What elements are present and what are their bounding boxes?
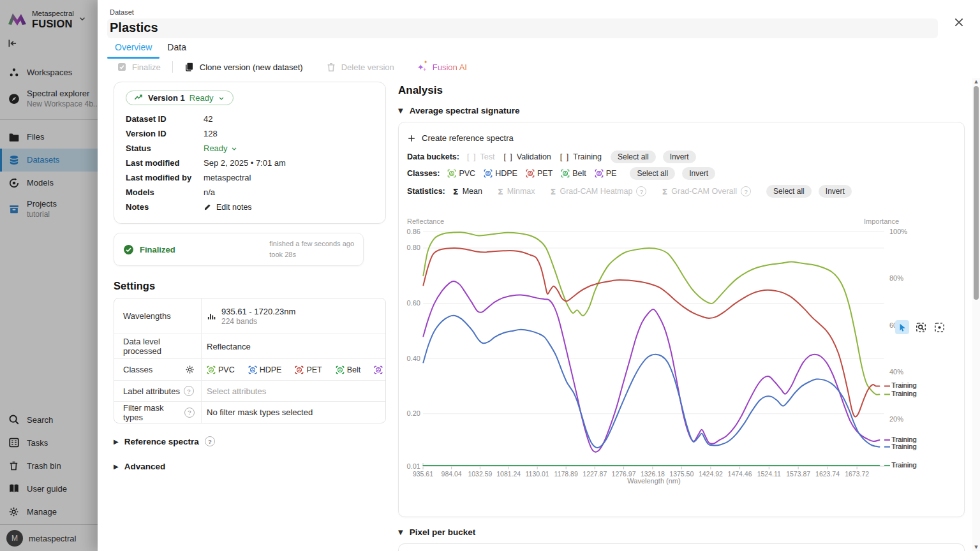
x-axis-tick: 1032.59 <box>464 470 495 478</box>
finalized-banner: Finalized finished a few seconds ago too… <box>114 233 364 266</box>
settings-heading: Settings <box>114 280 386 292</box>
y-axis-tick-left: 0.20 <box>403 409 420 417</box>
class-icon <box>207 365 216 374</box>
pixel-per-bucket-section[interactable]: ▼ Pixel per bucket <box>398 527 965 537</box>
version-details: Dataset ID42Version ID128StatusReadyLast… <box>126 112 374 214</box>
scrollbar-thumb[interactable] <box>974 86 979 300</box>
x-axis-tick: 1673.72 <box>842 470 872 478</box>
edit-notes-button[interactable]: Edit notes <box>204 203 374 212</box>
class-chip-pet[interactable]: PET <box>295 365 322 374</box>
detail-row-dataset-id: Dataset ID42 <box>126 112 374 126</box>
settings-row-data-level-processed: Data level processedReflectance <box>114 334 385 358</box>
advanced-section[interactable]: ▶ Advanced <box>114 462 386 471</box>
detail-label: Status <box>126 143 204 153</box>
class-chip-label: HDPE <box>260 365 282 374</box>
finalize-button[interactable]: Finalize <box>117 62 161 72</box>
settings-row-label: Data level processed <box>123 337 195 356</box>
class-chip-pvc[interactable]: PVC <box>207 365 235 374</box>
spectral-chart[interactable] <box>399 122 964 517</box>
avg-spectral-signature-section[interactable]: ▼ Average spectral signature <box>398 106 965 115</box>
version-pill[interactable]: Version 1 Ready <box>126 91 234 105</box>
reset-view-tool[interactable] <box>932 320 946 334</box>
zoom-area-icon <box>916 322 926 333</box>
bars-icon <box>207 311 216 321</box>
finalized-timing: finished a few seconds ago took 28s <box>269 239 354 260</box>
clone-icon <box>184 62 195 72</box>
detail-label: Notes <box>126 202 204 212</box>
delete-version-button[interactable]: Delete version <box>326 62 394 72</box>
class-chip-label: PVC <box>218 365 235 374</box>
cursor-tool[interactable] <box>895 320 909 334</box>
y-axis-tick-right: 80% <box>889 274 903 282</box>
version-card: Version 1 Ready Dataset ID42Version ID12… <box>114 82 386 224</box>
button-label: Fusion AI <box>433 62 467 72</box>
pixel-per-bucket-card <box>398 543 965 551</box>
trend-icon <box>134 93 144 103</box>
settings-row-label-attributes: Label attributes?Select attributes <box>114 380 385 401</box>
settings-row-classes: ClassesPVCHDPEPETBeltPE <box>114 358 385 380</box>
clone-version-new-dataset-button[interactable]: Clone version (new dataset) <box>184 62 303 72</box>
zoom-area-tool[interactable] <box>914 320 928 334</box>
status-dropdown[interactable]: Ready <box>204 143 374 153</box>
chevron-right-icon: ▶ <box>114 438 119 445</box>
scroll-up-arrow[interactable]: ▲ <box>972 79 980 84</box>
detail-label: Last modified by <box>126 173 204 182</box>
status-value: Ready <box>204 143 228 153</box>
help-icon[interactable]: ? <box>205 436 215 446</box>
button-label: Clone version (new dataset) <box>200 62 303 72</box>
series-end-label-pvc-training: Training <box>891 390 916 397</box>
class-icon <box>248 365 257 374</box>
settings-row-label-cell: Filter mask types? <box>114 402 202 423</box>
y-axis-tick-left: 0.60 <box>403 299 420 307</box>
x-axis-tick: 1081.24 <box>493 470 524 478</box>
reference-spectra-section[interactable]: ▶ Reference spectra ? <box>114 436 386 446</box>
tab-bar: OverviewData <box>107 40 194 57</box>
settings-row-label-cell: Classes <box>114 359 202 380</box>
x-axis-tick: 935.61 <box>408 470 438 478</box>
settings-row-label: Label attributes <box>123 386 180 396</box>
y-axis-tick-right: 20% <box>889 415 903 423</box>
settings-row-label: Wavelengths <box>123 311 171 321</box>
fusion-ai-button[interactable]: ✦✦+Fusion AI <box>417 62 467 72</box>
settings-value-text: No filter mask types selected <box>207 408 313 417</box>
edit-notes-label: Edit notes <box>216 203 252 212</box>
chevron-down-icon: ▼ <box>398 529 403 536</box>
settings-value-text: Reflectance <box>207 342 251 351</box>
scroll-down-arrow[interactable]: ▼ <box>972 545 980 550</box>
scrollbar[interactable]: ▲ ▼ <box>972 78 980 551</box>
help-icon[interactable]: ? <box>184 386 194 396</box>
tab-data[interactable]: Data <box>160 40 194 57</box>
detail-row-last-modified-by: Last modified bymetaspectral <box>126 170 374 185</box>
chart-tools <box>895 320 946 334</box>
y-axis-tick-left: 0.40 <box>403 355 420 362</box>
gear-icon[interactable] <box>185 365 195 374</box>
class-chip-label: PET <box>306 365 322 374</box>
button-label: Delete version <box>341 62 394 72</box>
settings-row-label: Classes <box>123 365 152 374</box>
detail-value: metaspectral <box>204 173 374 182</box>
analysis-heading: Analysis <box>398 84 965 97</box>
title-field[interactable] <box>107 18 938 38</box>
settings-row-value[interactable]: Select attributes <box>202 381 385 401</box>
band-count: 224 bands <box>221 317 295 326</box>
reset-view-icon <box>934 322 945 333</box>
y-axis-tick-left: 0.86 <box>403 228 420 235</box>
x-axis-title: Wavelength (nm) <box>577 477 731 485</box>
detail-value: Sep 2, 2025 • 7:01 am <box>204 158 374 168</box>
tab-overview[interactable]: Overview <box>107 40 160 57</box>
section-label: Advanced <box>124 462 166 471</box>
detail-label: Models <box>126 187 204 197</box>
settings-row-value[interactable]: PVCHDPEPETBeltPE <box>202 359 386 380</box>
button-label: Finalize <box>132 62 161 72</box>
settings-value-text: Select attributes <box>207 386 266 396</box>
x-axis-tick: 1130.01 <box>522 470 553 478</box>
chevron-down-icon <box>230 145 238 152</box>
class-chip-hdpe[interactable]: HDPE <box>248 365 282 374</box>
detail-row-notes: NotesEdit notes <box>126 200 374 214</box>
class-chip-pe[interactable]: PE <box>374 365 386 374</box>
close-icon[interactable] <box>951 14 967 31</box>
detail-value: n/a <box>204 187 374 197</box>
help-icon[interactable]: ? <box>184 408 195 418</box>
class-chip-belt[interactable]: Belt <box>336 365 361 374</box>
settings-row-label: Filter mask types <box>123 403 181 422</box>
